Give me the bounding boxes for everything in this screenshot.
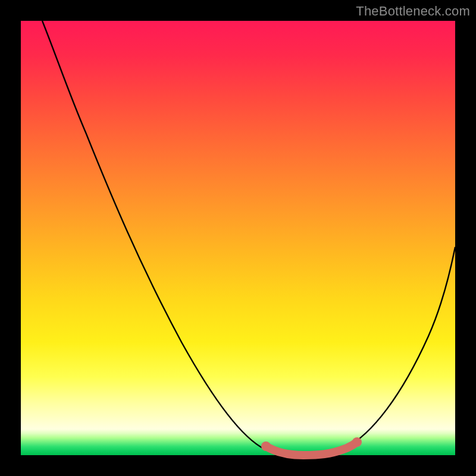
watermark-text: TheBottleneck.com: [356, 4, 470, 19]
optimal-range-highlight: [266, 442, 357, 455]
highlight-dot-right: [352, 437, 362, 447]
curve-svg: [21, 21, 455, 455]
bottleneck-curve-path: [42, 21, 455, 455]
plot-area: [21, 21, 455, 455]
chart-frame: TheBottleneck.com: [0, 0, 476, 476]
highlight-dot-left: [261, 441, 271, 451]
